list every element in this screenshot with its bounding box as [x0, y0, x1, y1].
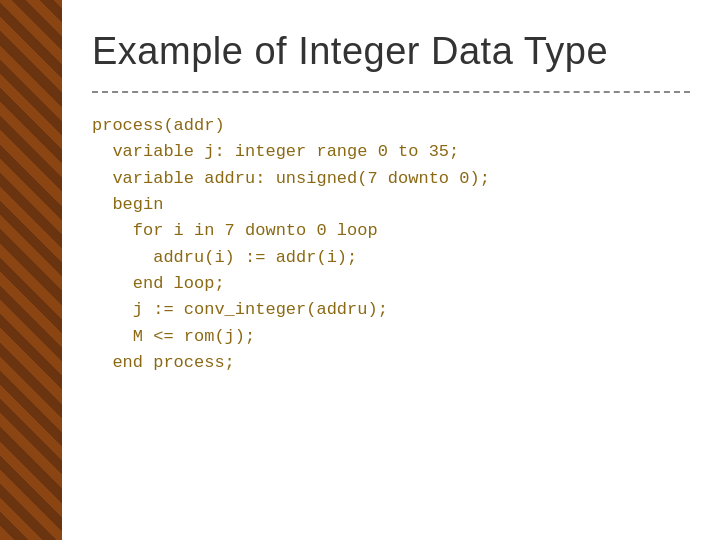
- divider: [92, 91, 690, 93]
- code-block: process(addr) variable j: integer range …: [92, 113, 690, 376]
- slide-content: Example of Integer Data Type process(add…: [62, 0, 720, 540]
- slide-title: Example of Integer Data Type: [92, 30, 690, 73]
- decorative-border: [0, 0, 62, 540]
